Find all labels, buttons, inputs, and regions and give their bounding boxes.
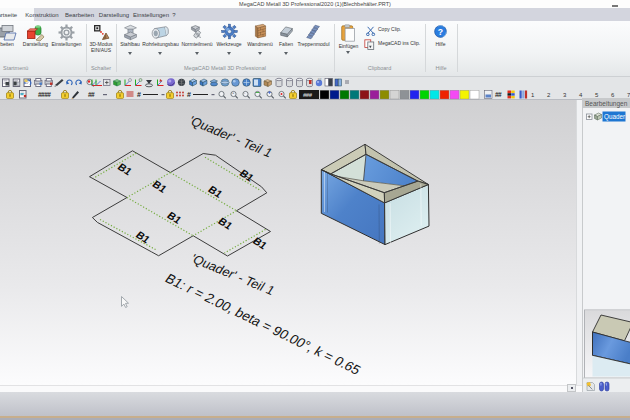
svg-text:Quader: Quader bbox=[604, 113, 625, 121]
svg-text:##: ## bbox=[88, 91, 95, 98]
svg-text:B1: B1 bbox=[251, 235, 270, 251]
svg-text:####: #### bbox=[38, 91, 51, 98]
svg-text:1: 1 bbox=[531, 92, 535, 98]
svg-text:B1: B1 bbox=[150, 178, 169, 194]
svg-text:###: ### bbox=[303, 92, 313, 98]
svg-text:B1: B1 bbox=[206, 183, 225, 199]
svg-text:B1: B1 bbox=[116, 161, 135, 177]
svg-text:B1: B1 bbox=[134, 229, 153, 245]
svg-text:'Quader' - Teil 1: 'Quader' - Teil 1 bbox=[186, 113, 276, 160]
svg-text:##: ## bbox=[495, 91, 502, 98]
svg-text:B1: B1 bbox=[216, 215, 235, 231]
svg-text:?: ? bbox=[438, 27, 443, 37]
svg-text:##: ## bbox=[318, 78, 322, 82]
svg-text:2: 2 bbox=[547, 92, 551, 98]
svg-text:3: 3 bbox=[563, 92, 567, 98]
svg-text:B1: B1 bbox=[165, 209, 184, 225]
